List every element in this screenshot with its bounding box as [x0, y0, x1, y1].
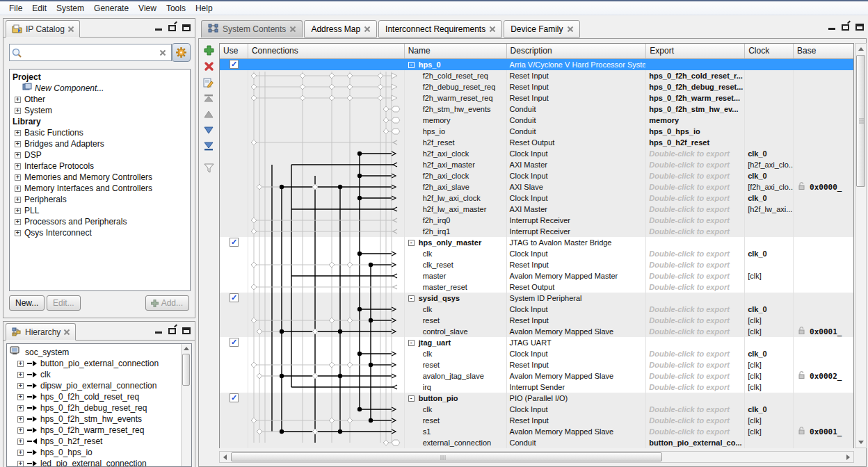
clock-cell[interactable]: [clk]: [745, 359, 794, 370]
export-cell[interactable]: [646, 393, 745, 404]
table-vertical-scrollbar[interactable]: [855, 43, 867, 448]
expand-icon[interactable]: +: [15, 130, 21, 136]
hierarchy-item[interactable]: +hps_0_f2h_stm_hw_events: [10, 413, 191, 425]
connections-cell[interactable]: [248, 426, 405, 437]
name-cell[interactable]: clk: [405, 248, 507, 259]
table-row[interactable]: resetReset InputDouble-click to export[c…: [220, 315, 853, 326]
name-cell[interactable]: h2f_axi_master: [405, 159, 507, 170]
export-cell[interactable]: Double-click to export: [646, 359, 745, 370]
connections-cell[interactable]: [248, 359, 405, 370]
base-cell[interactable]: [794, 281, 853, 293]
tab-hierarchy[interactable]: Hierarchy: [6, 323, 76, 341]
table-horizontal-scrollbar[interactable]: [219, 451, 854, 463]
clock-cell[interactable]: [clk]: [745, 315, 794, 326]
expand-icon[interactable]: +: [17, 427, 24, 434]
expand-icon[interactable]: +: [17, 405, 24, 411]
connections-cell[interactable]: [248, 137, 405, 148]
connections-cell[interactable]: [248, 104, 405, 115]
table-row[interactable]: clkClock InputDouble-click to exportclk_…: [220, 248, 853, 259]
clock-cell[interactable]: [745, 337, 794, 348]
clock-cell[interactable]: [clk]: [745, 370, 794, 382]
export-cell[interactable]: Double-click to export: [646, 192, 745, 204]
table-row[interactable]: f2h_irq1Interrupt ReceiverDouble-click t…: [220, 226, 853, 237]
clock-cell[interactable]: [745, 237, 794, 248]
connections-cell[interactable]: [248, 370, 405, 382]
clock-cell[interactable]: [745, 104, 794, 115]
connections-cell[interactable]: [248, 237, 405, 248]
base-cell[interactable]: [794, 192, 853, 204]
name-cell[interactable]: hps_io: [405, 126, 507, 137]
tab-ip-catalog[interactable]: IP Catalog: [6, 20, 80, 38]
name-cell[interactable]: f2h_irq0: [405, 215, 507, 226]
name-cell[interactable]: -jtag_uart: [405, 337, 507, 348]
ip-tree-item[interactable]: +Other: [13, 94, 190, 105]
new-button[interactable]: New...: [9, 295, 45, 311]
expand-icon[interactable]: +: [15, 152, 21, 158]
maximize-icon[interactable]: [182, 327, 191, 334]
close-icon[interactable]: [64, 329, 70, 335]
connections-cell[interactable]: [248, 393, 405, 404]
base-cell[interactable]: [794, 148, 853, 159]
export-cell[interactable]: [646, 59, 745, 70]
export-cell[interactable]: hps_0_f2h_cold_reset_r...: [646, 70, 745, 81]
clock-cell[interactable]: [h2f_axi_clo...: [745, 159, 794, 170]
expand-icon[interactable]: +: [15, 174, 21, 181]
move-to-top-button[interactable]: [203, 92, 215, 104]
name-cell[interactable]: control_slave: [405, 326, 507, 337]
clock-cell[interactable]: clk_0: [745, 404, 794, 415]
connections-cell[interactable]: [248, 92, 405, 104]
expand-icon[interactable]: +: [15, 97, 21, 103]
export-cell[interactable]: hps_0_h2f_reset: [646, 137, 745, 148]
connections-cell[interactable]: [248, 304, 405, 315]
table-row[interactable]: ✓-hps_0Arria V/Cyclone V Hard Processor …: [220, 59, 853, 70]
menu-edit[interactable]: Edit: [27, 2, 51, 15]
expand-icon[interactable]: +: [17, 416, 24, 423]
clock-cell[interactable]: [745, 259, 794, 270]
name-cell[interactable]: f2h_warm_reset_req: [405, 92, 507, 104]
close-icon[interactable]: [68, 26, 74, 32]
col-connections[interactable]: Connections: [248, 44, 405, 58]
table-row[interactable]: f2h_cold_reset_reqReset Inputhps_0_f2h_c…: [220, 70, 853, 81]
export-cell[interactable]: Double-click to export: [646, 426, 745, 437]
base-cell[interactable]: [794, 215, 853, 226]
name-cell[interactable]: -sysid_qsys: [405, 293, 507, 304]
expand-icon[interactable]: +: [17, 461, 24, 467]
table-row[interactable]: h2f_lw_axi_clockClock InputDouble-click …: [220, 192, 853, 204]
export-cell[interactable]: [646, 337, 745, 348]
table-row[interactable]: ✓-button_pioPIO (Parallel I/O): [220, 393, 853, 404]
collapse-icon[interactable]: -: [408, 340, 415, 346]
base-cell[interactable]: 0x0002_: [794, 370, 853, 382]
hierarchy-item[interactable]: +hps_0_f2h_cold_reset_req: [10, 391, 191, 402]
table-row[interactable]: clkClock InputDouble-click to exportclk_…: [220, 304, 853, 315]
table-row[interactable]: irqInterrupt SenderDouble-click to expor…: [220, 382, 853, 393]
menu-help[interactable]: Help: [191, 2, 218, 15]
hierarchy-item[interactable]: +clk: [10, 369, 191, 380]
name-cell[interactable]: memory: [405, 115, 507, 126]
use-checkbox[interactable]: ✓: [230, 60, 239, 69]
menu-view[interactable]: View: [134, 2, 161, 15]
name-cell[interactable]: f2h_debug_reset_req: [405, 81, 507, 92]
name-cell[interactable]: external_connection: [405, 437, 507, 448]
clock-cell[interactable]: [clk]: [745, 326, 794, 337]
base-cell[interactable]: [794, 315, 853, 326]
scrollbar-thumb[interactable]: [182, 354, 190, 386]
move-up-button[interactable]: [203, 108, 215, 120]
base-cell[interactable]: [794, 415, 853, 426]
connections-cell[interactable]: [248, 192, 405, 204]
expand-icon[interactable]: +: [17, 361, 24, 367]
expand-icon[interactable]: +: [15, 219, 21, 225]
export-cell[interactable]: Double-click to export: [646, 326, 745, 337]
col-description[interactable]: Description: [507, 44, 647, 58]
connections-cell[interactable]: [248, 181, 405, 192]
use-checkbox[interactable]: ✓: [230, 293, 239, 302]
name-cell[interactable]: clk_reset: [405, 259, 507, 270]
base-cell[interactable]: [794, 359, 853, 370]
hierarchy-scrollbar[interactable]: [181, 344, 191, 466]
tab-system-contents[interactable]: System Contents: [201, 20, 303, 38]
table-row[interactable]: ✓-hps_only_masterJTAG to Avalon Master B…: [220, 237, 853, 248]
export-cell[interactable]: Double-click to export: [646, 370, 745, 382]
table-row[interactable]: h2f_axi_masterAXI MasterDouble-click to …: [220, 159, 853, 170]
collapse-icon[interactable]: -: [408, 62, 415, 68]
base-cell[interactable]: [794, 270, 853, 281]
export-cell[interactable]: Double-click to export: [646, 248, 745, 259]
